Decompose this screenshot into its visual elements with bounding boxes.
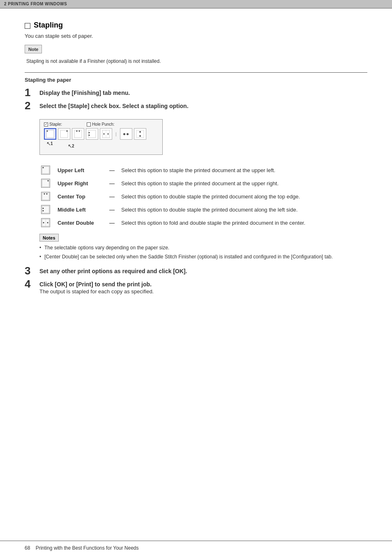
note-label: Note (28, 47, 38, 52)
note-item-1: The selectable options vary depending on… (39, 244, 353, 251)
notes-label-box: Notes (39, 234, 59, 242)
option-name-middle-left: Middle Left (58, 207, 103, 213)
dialog-screenshot: ✓ Staple: Hole Punch: (39, 119, 163, 155)
svg-point-14 (108, 134, 109, 135)
note-item-2: [Center Double] can be selected only whe… (39, 253, 353, 260)
section-subtitle: You can staple sets of paper. (25, 33, 367, 39)
section-heading: Stapling (34, 21, 63, 30)
notes-box: Notes The selectable options vary depend… (39, 234, 353, 260)
svg-point-13 (104, 134, 105, 135)
option-icon-middle-left (39, 205, 52, 214)
svg-point-24 (46, 193, 48, 195)
step-1-text: Display the [Finishing] tab menu. (39, 89, 130, 96)
option-center-double: Center Double — Select this option to fo… (39, 218, 367, 227)
hole-punch-checkbox (87, 122, 91, 127)
svg-point-7 (79, 131, 80, 132)
staple-icon-3[interactable] (72, 128, 84, 140)
cursor-1-label: 1 (51, 141, 53, 146)
step-2: 2 Select the [Staple] check box. Select … (25, 102, 367, 111)
svg-rect-8 (88, 130, 96, 138)
footer: 68 Printing with the Best Functions for … (0, 541, 392, 555)
option-upper-left: Upper Left — Select this option to stapl… (39, 166, 367, 175)
step-3-text: Set any other print options as required … (39, 267, 187, 274)
mini-icon-upper-right (41, 179, 50, 188)
notes-list: The selectable options vary depending on… (39, 244, 353, 260)
staple-checkbox: ✓ (44, 122, 48, 127)
staple-icon-1[interactable] (44, 128, 56, 140)
main-content: Stapling You can staple sets of paper. N… (0, 9, 392, 541)
step-4-number: 4 (25, 279, 39, 289)
mini-icon-center-top (41, 192, 50, 201)
svg-point-27 (43, 210, 44, 212)
page-wrapper: 2 PRINTING FROM WINDOWS Stapling You can… (0, 0, 392, 555)
step-2-number: 2 (25, 100, 39, 111)
top-bar: 2 PRINTING FROM WINDOWS (0, 0, 392, 8)
step-4-content: Click [OK] or [Print] to send the print … (39, 280, 154, 295)
svg-rect-5 (74, 130, 82, 138)
option-icon-upper-right (39, 179, 52, 188)
hole-icon-1[interactable] (120, 128, 132, 140)
option-name-center-top: Center Top (58, 193, 103, 200)
option-name-center-double: Center Double (58, 220, 103, 226)
options-table: Upper Left — Select this option to stapl… (39, 166, 367, 227)
cursor-2-label: 2 (72, 144, 74, 148)
svg-point-21 (48, 180, 49, 182)
option-name-upper-left: Upper Left (58, 167, 103, 173)
note-text: Stapling is not available if a Finisher … (26, 58, 367, 64)
footer-page-number: 68 (25, 545, 30, 551)
step-4-subtext: The output is stapled for each copy as s… (39, 288, 154, 295)
option-desc-upper-right: Select this option to staple the printed… (121, 180, 279, 187)
svg-point-26 (43, 208, 44, 209)
hole-punch-label: Hole Punch: (87, 122, 114, 127)
note-box: Note (25, 45, 42, 53)
mini-icon-center-double (41, 218, 50, 227)
svg-point-4 (67, 131, 68, 132)
svg-point-23 (44, 193, 45, 195)
dialog-labels-row: ✓ Staple: Hole Punch: (44, 122, 158, 127)
svg-point-2 (47, 131, 48, 132)
svg-point-19 (43, 167, 44, 168)
note-container: Note (25, 45, 367, 56)
sub-section-title: Stapling the paper (25, 77, 71, 83)
option-middle-left: Middle Left — Select this option to doub… (39, 205, 367, 214)
step-4: 4 Click [OK] or [Print] to send the prin… (25, 280, 367, 295)
svg-rect-25 (42, 206, 49, 213)
section-checkbox-icon (25, 23, 30, 29)
option-desc-center-top: Select this option to double staple the … (121, 193, 300, 200)
svg-point-30 (43, 222, 44, 223)
option-name-upper-right: Upper Right (58, 180, 103, 187)
step-1-number: 1 (25, 87, 39, 98)
step-4-text: Click [OK] or [Print] to send the print … (39, 280, 154, 288)
cursor-area: ↖ 1 ↖ 2 (44, 140, 158, 150)
svg-point-10 (89, 135, 90, 136)
mini-icon-upper-left (41, 166, 50, 175)
step-3-number: 3 (25, 265, 39, 276)
option-icon-center-double (39, 218, 52, 227)
staple-icon-4[interactable] (86, 128, 98, 140)
svg-point-31 (47, 222, 48, 223)
option-desc-upper-left: Select this option to staple the printed… (121, 167, 275, 173)
option-desc-middle-left: Select this option to double staple the … (121, 207, 297, 213)
staple-label: ✓ Staple: (44, 122, 62, 127)
svg-rect-22 (42, 193, 49, 200)
svg-point-9 (89, 132, 90, 134)
svg-point-17 (139, 135, 141, 137)
top-bar-text: 2 PRINTING FROM WINDOWS (4, 2, 67, 6)
svg-point-16 (139, 131, 141, 133)
option-desc-center-double: Select this option to fold and double st… (121, 220, 305, 226)
footer-text: Printing with the Best Functions for You… (36, 545, 139, 551)
option-upper-right: Upper Right — Select this option to stap… (39, 179, 367, 188)
sub-section: Stapling the paper (25, 72, 367, 83)
section-title: Stapling (25, 21, 367, 30)
staple-icon-5[interactable] (100, 128, 112, 140)
mini-icon-middle-left (41, 205, 50, 214)
hole-icon-2[interactable] (134, 128, 146, 140)
step-2-text: Select the [Staple] check box. Select a … (39, 102, 189, 109)
option-icon-center-top (39, 192, 52, 201)
staple-icon-2[interactable] (58, 128, 70, 140)
svg-point-6 (76, 131, 78, 132)
option-icon-upper-left (39, 166, 52, 175)
step-1: 1 Display the [Finishing] tab menu. (25, 89, 367, 98)
step-3: 3 Set any other print options as require… (25, 267, 367, 276)
dialog-icons-row: | (44, 128, 158, 140)
